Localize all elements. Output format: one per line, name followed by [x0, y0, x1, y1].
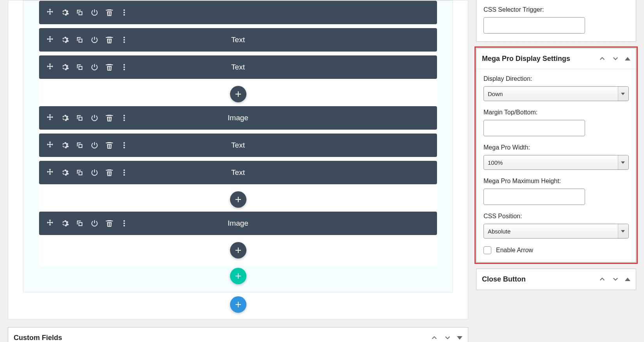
- gear-icon[interactable]: [61, 9, 69, 16]
- module-toolbar: [46, 219, 128, 227]
- gear-icon[interactable]: [61, 141, 69, 149]
- trash-icon[interactable]: [105, 219, 113, 227]
- move-down-icon[interactable]: [612, 55, 619, 62]
- width-label: Mega Pro Width:: [483, 144, 629, 151]
- trash-icon[interactable]: [105, 9, 113, 16]
- module-toolbar: [46, 141, 128, 149]
- add-module-button[interactable]: [230, 191, 246, 208]
- more-icon[interactable]: [120, 141, 128, 149]
- metabox-title: Close Button: [482, 274, 598, 284]
- module-row[interactable]: [39, 1, 437, 24]
- width-select[interactable]: 100%: [483, 155, 629, 170]
- module-row[interactable]: Image: [39, 212, 437, 235]
- chevron-down-icon: [621, 230, 625, 233]
- duplicate-icon[interactable]: [76, 36, 84, 44]
- more-icon[interactable]: [120, 36, 128, 44]
- gear-icon[interactable]: [61, 36, 69, 44]
- gear-icon[interactable]: [61, 169, 69, 176]
- move-down-icon[interactable]: [612, 275, 619, 283]
- css-position-select[interactable]: Absolute: [483, 224, 629, 239]
- duplicate-icon[interactable]: [76, 141, 84, 149]
- metabox-title: Mega Pro Display Settings: [482, 54, 598, 63]
- module-toolbar: [46, 9, 128, 16]
- more-icon[interactable]: [120, 169, 128, 176]
- add-section-button[interactable]: [230, 296, 246, 313]
- more-icon[interactable]: [120, 9, 128, 16]
- move-up-icon[interactable]: [430, 334, 438, 342]
- chevron-down-icon: [621, 93, 625, 95]
- mega-pro-display-settings-metabox: Mega Pro Display Settings Display Direct…: [476, 48, 636, 262]
- module-toolbar: [46, 36, 128, 44]
- module-row[interactable]: Text: [39, 161, 437, 184]
- power-icon[interactable]: [91, 63, 98, 71]
- move-icon[interactable]: [46, 114, 54, 122]
- module-row[interactable]: Text: [39, 55, 437, 79]
- power-icon[interactable]: [91, 141, 98, 149]
- trash-icon[interactable]: [105, 36, 113, 44]
- select-value: Down: [488, 91, 503, 97]
- more-icon[interactable]: [120, 63, 128, 71]
- margin-label: Margin Top/Bottom:: [483, 109, 629, 116]
- module-row[interactable]: Image: [39, 106, 437, 130]
- move-icon[interactable]: [46, 36, 54, 44]
- add-module-button[interactable]: [230, 86, 246, 102]
- max-height-input[interactable]: [483, 189, 585, 205]
- builder-section: Text Text: [23, 0, 453, 292]
- move-icon[interactable]: [46, 63, 54, 71]
- move-icon[interactable]: [46, 9, 54, 16]
- enable-arrow-label: Enable Arrow: [496, 247, 533, 254]
- move-up-icon[interactable]: [598, 275, 606, 283]
- module-toolbar: [46, 63, 128, 71]
- css-selector-trigger-input[interactable]: [483, 17, 585, 34]
- duplicate-icon[interactable]: [76, 114, 84, 122]
- chevron-down-icon: [621, 162, 625, 164]
- select-value: Absolute: [488, 228, 510, 235]
- trash-icon[interactable]: [105, 169, 113, 176]
- power-icon[interactable]: [91, 9, 98, 16]
- power-icon[interactable]: [91, 219, 98, 227]
- margin-input[interactable]: [483, 120, 585, 136]
- gear-icon[interactable]: [61, 114, 69, 122]
- module-toolbar: [46, 169, 128, 176]
- add-module-button[interactable]: [230, 242, 246, 258]
- move-up-icon[interactable]: [598, 55, 606, 62]
- more-icon[interactable]: [120, 219, 128, 227]
- move-icon[interactable]: [46, 219, 54, 227]
- power-icon[interactable]: [91, 36, 98, 44]
- builder-panel: Text Text: [8, 0, 468, 319]
- trash-icon[interactable]: [105, 114, 113, 122]
- css-selector-trigger-label: CSS Selector Trigger:: [483, 6, 629, 13]
- move-icon[interactable]: [46, 169, 54, 176]
- max-height-label: Mega Pro Maximum Height:: [483, 178, 629, 185]
- power-icon[interactable]: [91, 114, 98, 122]
- gear-icon[interactable]: [61, 63, 69, 71]
- gear-icon[interactable]: [61, 219, 69, 227]
- power-icon[interactable]: [91, 169, 98, 176]
- metabox-title: Custom Fields: [14, 333, 430, 342]
- duplicate-icon[interactable]: [76, 9, 84, 16]
- select-value: 100%: [488, 159, 503, 166]
- custom-fields-metabox: Custom Fields: [8, 327, 468, 342]
- toggle-panel-icon[interactable]: [625, 278, 630, 281]
- add-row-button[interactable]: [230, 268, 246, 284]
- css-position-label: CSS Position:: [483, 213, 629, 220]
- display-direction-label: Display Direction:: [483, 75, 629, 82]
- move-down-icon[interactable]: [444, 334, 451, 342]
- duplicate-icon[interactable]: [76, 169, 84, 176]
- trash-icon[interactable]: [105, 63, 113, 71]
- module-toolbar: [46, 114, 128, 122]
- toggle-panel-icon[interactable]: [625, 57, 630, 61]
- more-icon[interactable]: [120, 114, 128, 122]
- display-direction-select[interactable]: Down: [483, 86, 629, 101]
- enable-arrow-checkbox[interactable]: [483, 246, 491, 254]
- close-button-metabox: Close Button: [476, 269, 636, 290]
- module-row[interactable]: Text: [39, 28, 437, 52]
- trash-icon[interactable]: [105, 141, 113, 149]
- duplicate-icon[interactable]: [76, 63, 84, 71]
- css-selector-trigger-metabox: CSS Selector Trigger:: [476, 0, 636, 42]
- move-icon[interactable]: [46, 141, 54, 149]
- module-row[interactable]: Text: [39, 134, 437, 157]
- toggle-panel-icon[interactable]: [457, 336, 462, 340]
- duplicate-icon[interactable]: [76, 219, 84, 227]
- builder-column: Text Text: [39, 1, 437, 266]
